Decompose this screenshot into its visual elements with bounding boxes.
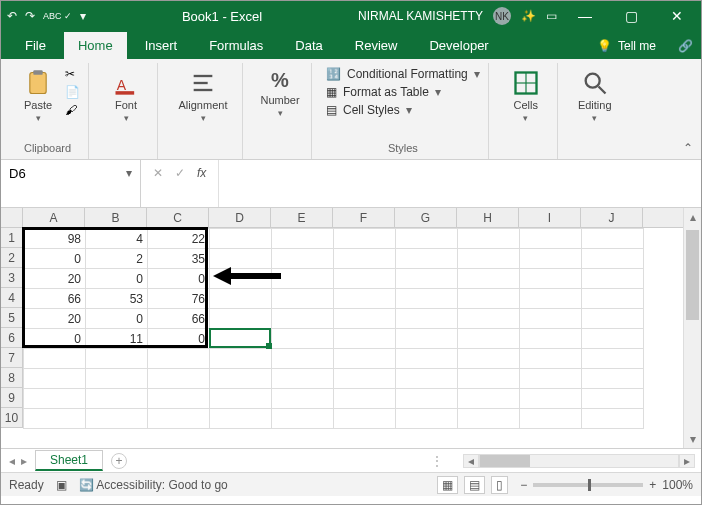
scroll-thumb[interactable] [686,230,699,320]
tab-home[interactable]: Home [64,32,127,59]
undo-button[interactable]: ↶ [7,9,17,23]
zoom-out-button[interactable]: − [520,478,527,492]
cell-B6[interactable]: 11 [86,329,148,349]
cell-D5[interactable] [210,309,272,329]
cell-B7[interactable] [86,349,148,369]
cell-J4[interactable] [582,289,644,309]
cell-G7[interactable] [396,349,458,369]
user-avatar[interactable]: NK [493,7,511,25]
formula-input[interactable] [223,164,697,179]
editing-button[interactable]: Editing ▾ [572,65,618,123]
accessibility-status[interactable]: 🔄 Accessibility: Good to go [79,478,228,492]
cell-F2[interactable] [334,249,396,269]
cell-D8[interactable] [210,369,272,389]
cell-styles-button[interactable]: ▤Cell Styles▾ [326,103,480,117]
cell-D9[interactable] [210,389,272,409]
cell-B8[interactable] [86,369,148,389]
cell-J1[interactable] [582,229,644,249]
sheet-tab-sheet1[interactable]: Sheet1 [35,450,103,471]
cell-B5[interactable]: 0 [86,309,148,329]
cells-button[interactable]: Cells ▾ [503,65,549,123]
cell-I3[interactable] [520,269,582,289]
col-header-F[interactable]: F [333,208,395,227]
cell-J9[interactable] [582,389,644,409]
close-button[interactable]: ✕ [659,8,695,24]
formula-cancel-icon[interactable]: ✕ [153,166,163,180]
format-as-table-button[interactable]: ▦Format as Table▾ [326,85,480,99]
col-header-J[interactable]: J [581,208,643,227]
cell-H4[interactable] [458,289,520,309]
row-header-3[interactable]: 3 [1,268,23,288]
hscroll-thumb[interactable] [480,455,530,467]
chevron-down-icon[interactable]: ▾ [122,164,136,182]
cell-D6[interactable] [210,329,272,349]
tab-insert[interactable]: Insert [131,32,192,59]
col-header-B[interactable]: B [85,208,147,227]
sheet-nav-next-icon[interactable]: ▸ [21,454,27,468]
cell-G3[interactable] [396,269,458,289]
col-header-I[interactable]: I [519,208,581,227]
cell-D4[interactable] [210,289,272,309]
tab-formulas[interactable]: Formulas [195,32,277,59]
conditional-formatting-button[interactable]: 🔢Conditional Formatting▾ [326,67,480,81]
cell-F5[interactable] [334,309,396,329]
zoom-in-button[interactable]: + [649,478,656,492]
cell-C7[interactable] [148,349,210,369]
cell-G4[interactable] [396,289,458,309]
cell-H2[interactable] [458,249,520,269]
cell-C9[interactable] [148,389,210,409]
ribbon-display-icon[interactable]: ▭ [546,9,557,23]
cell-D1[interactable] [210,229,272,249]
scroll-left-icon[interactable]: ◂ [463,454,479,468]
col-header-G[interactable]: G [395,208,457,227]
cell-J8[interactable] [582,369,644,389]
sheet-nav-prev-icon[interactable]: ◂ [9,454,15,468]
paste-button[interactable]: Paste ▾ [15,65,61,123]
cell-G9[interactable] [396,389,458,409]
cell-H1[interactable] [458,229,520,249]
spellcheck-button[interactable]: ABC ✓ [43,11,72,21]
cell-H6[interactable] [458,329,520,349]
qat-customize-icon[interactable]: ▾ [80,9,86,23]
row-header-9[interactable]: 9 [1,388,23,408]
redo-button[interactable]: ↷ [25,9,35,23]
cell-J7[interactable] [582,349,644,369]
cell-C1[interactable]: 22 [148,229,210,249]
row-header-1[interactable]: 1 [1,228,23,248]
cell-A3[interactable]: 20 [24,269,86,289]
cell-A9[interactable] [24,389,86,409]
cell-B3[interactable]: 0 [86,269,148,289]
view-pagebreak-icon[interactable]: ▯ [491,476,508,494]
column-headers[interactable]: ABCDEFGHIJ [23,208,683,228]
cell-I7[interactable] [520,349,582,369]
cell-J2[interactable] [582,249,644,269]
col-header-H[interactable]: H [457,208,519,227]
cell-B4[interactable]: 53 [86,289,148,309]
view-pagelayout-icon[interactable]: ▤ [464,476,485,494]
row-header-5[interactable]: 5 [1,308,23,328]
cell-C4[interactable]: 76 [148,289,210,309]
cell-F6[interactable] [334,329,396,349]
cell-F10[interactable] [334,409,396,429]
fx-icon[interactable]: fx [197,166,206,180]
row-header-6[interactable]: 6 [1,328,23,348]
zoom-control[interactable]: − + 100% [520,478,693,492]
cell-A4[interactable]: 66 [24,289,86,309]
cell-E5[interactable] [272,309,334,329]
vertical-scrollbar[interactable]: ▴ ▾ [683,208,701,448]
collapse-ribbon-icon[interactable]: ⌃ [683,141,693,155]
cell-D10[interactable] [210,409,272,429]
cell-F3[interactable] [334,269,396,289]
scroll-up-icon[interactable]: ▴ [684,208,701,226]
col-header-C[interactable]: C [147,208,209,227]
cell-F1[interactable] [334,229,396,249]
tab-developer[interactable]: Developer [415,32,502,59]
cell-A8[interactable] [24,369,86,389]
cell-A7[interactable] [24,349,86,369]
cell-I10[interactable] [520,409,582,429]
minimize-button[interactable]: — [567,8,603,24]
col-header-D[interactable]: D [209,208,271,227]
copy-icon[interactable]: 📄 [65,85,80,99]
cell-C5[interactable]: 66 [148,309,210,329]
cell-I6[interactable] [520,329,582,349]
